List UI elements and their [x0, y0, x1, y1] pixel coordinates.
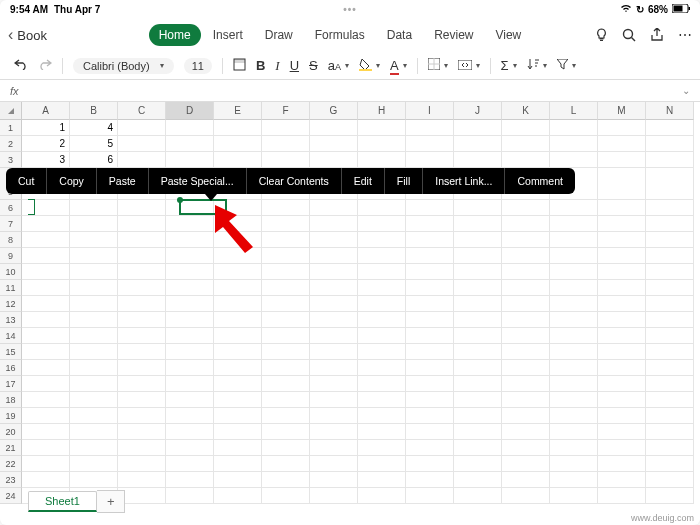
cell[interactable]: [406, 296, 454, 312]
cell[interactable]: [70, 280, 118, 296]
share-icon[interactable]: [650, 28, 664, 42]
cell[interactable]: 5: [70, 136, 118, 152]
cell[interactable]: [358, 200, 406, 216]
cell[interactable]: [310, 360, 358, 376]
italic-button[interactable]: I: [275, 58, 279, 74]
cell[interactable]: 6: [70, 152, 118, 168]
row-header[interactable]: 8: [0, 232, 22, 248]
row-header[interactable]: 3: [0, 152, 22, 168]
cell[interactable]: [598, 152, 646, 168]
cell[interactable]: [502, 472, 550, 488]
row-header[interactable]: 10: [0, 264, 22, 280]
cell[interactable]: [454, 136, 502, 152]
cell[interactable]: [262, 488, 310, 504]
cell[interactable]: [310, 216, 358, 232]
cell[interactable]: [598, 408, 646, 424]
cell[interactable]: [262, 360, 310, 376]
cell[interactable]: [70, 392, 118, 408]
cell[interactable]: [70, 312, 118, 328]
cell[interactable]: [70, 440, 118, 456]
cell[interactable]: [502, 232, 550, 248]
cell[interactable]: [502, 120, 550, 136]
cell[interactable]: [550, 408, 598, 424]
multitask-handle-icon[interactable]: •••: [343, 4, 357, 15]
row-header[interactable]: 18: [0, 392, 22, 408]
cell[interactable]: [454, 408, 502, 424]
row-header[interactable]: 11: [0, 280, 22, 296]
cell[interactable]: [166, 248, 214, 264]
cell[interactable]: [454, 360, 502, 376]
column-header[interactable]: D: [166, 102, 214, 120]
cell[interactable]: [22, 376, 70, 392]
cell[interactable]: [22, 328, 70, 344]
cell[interactable]: [406, 136, 454, 152]
cell[interactable]: [550, 296, 598, 312]
column-header[interactable]: J: [454, 102, 502, 120]
row-header[interactable]: 1: [0, 120, 22, 136]
merge-button[interactable]: [458, 58, 472, 73]
cell[interactable]: [310, 200, 358, 216]
cell[interactable]: [454, 344, 502, 360]
cell[interactable]: 1: [22, 120, 70, 136]
cell[interactable]: [454, 232, 502, 248]
cell[interactable]: [550, 472, 598, 488]
cell[interactable]: [598, 264, 646, 280]
cell[interactable]: [166, 296, 214, 312]
cell[interactable]: [502, 424, 550, 440]
cell[interactable]: [70, 200, 118, 216]
cell[interactable]: [214, 344, 262, 360]
row-header[interactable]: 23: [0, 472, 22, 488]
cell[interactable]: [262, 328, 310, 344]
cell[interactable]: [214, 456, 262, 472]
column-header[interactable]: F: [262, 102, 310, 120]
add-sheet-button[interactable]: +: [97, 490, 126, 513]
cell[interactable]: [310, 312, 358, 328]
cell[interactable]: [598, 360, 646, 376]
cell[interactable]: [166, 424, 214, 440]
cell[interactable]: [454, 424, 502, 440]
cell[interactable]: [118, 216, 166, 232]
cell[interactable]: [22, 344, 70, 360]
cell[interactable]: [454, 248, 502, 264]
cell[interactable]: [262, 296, 310, 312]
cell[interactable]: [598, 248, 646, 264]
cell[interactable]: [166, 280, 214, 296]
cell[interactable]: [406, 440, 454, 456]
cell[interactable]: [646, 296, 694, 312]
cell[interactable]: [502, 360, 550, 376]
cell[interactable]: [310, 248, 358, 264]
row-header[interactable]: 6: [0, 200, 22, 216]
cell[interactable]: [22, 248, 70, 264]
cell[interactable]: [358, 488, 406, 504]
cell[interactable]: [166, 264, 214, 280]
cell[interactable]: [70, 408, 118, 424]
cell[interactable]: [262, 424, 310, 440]
cell[interactable]: [118, 376, 166, 392]
cell[interactable]: [550, 344, 598, 360]
column-header[interactable]: I: [406, 102, 454, 120]
column-header[interactable]: L: [550, 102, 598, 120]
cell[interactable]: [310, 296, 358, 312]
cell[interactable]: [262, 136, 310, 152]
cell[interactable]: [406, 328, 454, 344]
cell[interactable]: [310, 152, 358, 168]
cell[interactable]: [310, 344, 358, 360]
cell[interactable]: [598, 440, 646, 456]
cell[interactable]: [646, 456, 694, 472]
row-header[interactable]: 12: [0, 296, 22, 312]
cell[interactable]: [214, 280, 262, 296]
cell[interactable]: [166, 472, 214, 488]
cell[interactable]: [550, 248, 598, 264]
cell[interactable]: [406, 264, 454, 280]
cell[interactable]: [70, 424, 118, 440]
cell[interactable]: [550, 392, 598, 408]
cell[interactable]: [22, 232, 70, 248]
cell[interactable]: [358, 152, 406, 168]
cell[interactable]: [358, 296, 406, 312]
context-menu-item[interactable]: Insert Link...: [423, 168, 505, 194]
cell[interactable]: [502, 376, 550, 392]
cell[interactable]: [598, 216, 646, 232]
cell[interactable]: [262, 376, 310, 392]
cell[interactable]: [550, 264, 598, 280]
cell[interactable]: [166, 216, 214, 232]
